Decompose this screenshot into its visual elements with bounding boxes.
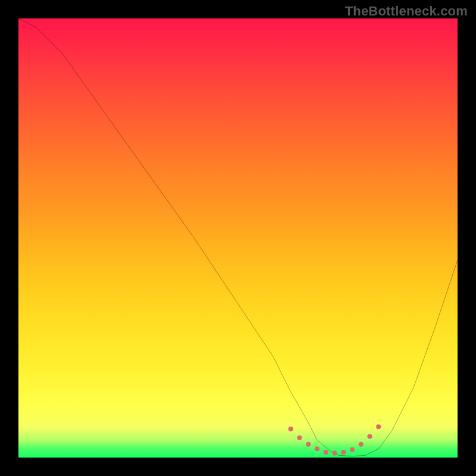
trough-dot bbox=[350, 447, 355, 452]
trough-dot bbox=[367, 434, 372, 439]
watermark: TheBottleneck.com bbox=[345, 4, 468, 19]
trough-dot bbox=[315, 446, 320, 451]
trough-dot bbox=[289, 427, 293, 431]
trough-dot bbox=[306, 442, 311, 447]
trough-dot bbox=[324, 450, 328, 455]
chart-frame: TheBottleneck.com bbox=[0, 0, 476, 476]
trough-dot bbox=[332, 451, 337, 456]
dotted-trough-group bbox=[289, 424, 381, 455]
trough-dot bbox=[341, 450, 346, 455]
chart-svg bbox=[18, 18, 458, 458]
bottleneck-curve-path bbox=[18, 18, 458, 456]
trough-dot bbox=[376, 424, 381, 429]
trough-dot bbox=[359, 442, 364, 447]
trough-dot bbox=[297, 436, 302, 440]
